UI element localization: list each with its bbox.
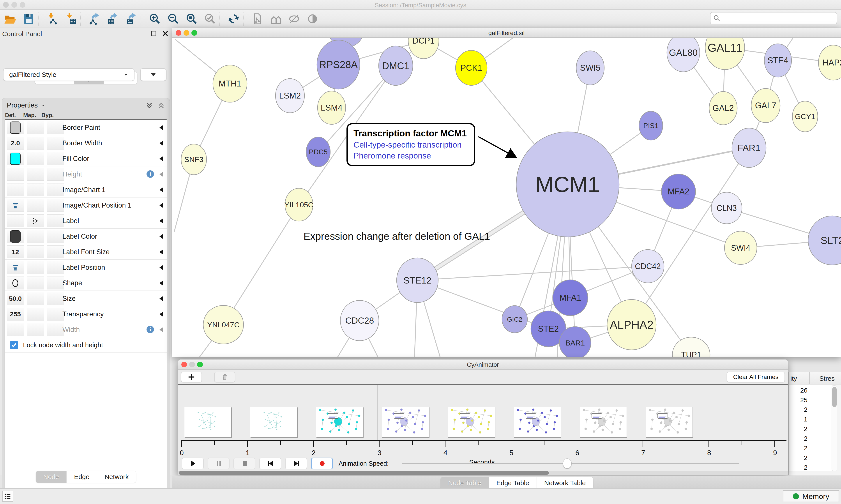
- property-row-size[interactable]: 50.0Size: [5, 291, 167, 306]
- tab-network-table[interactable]: Network Table: [537, 477, 593, 489]
- frame-thumbnail-5[interactable]: [514, 407, 561, 437]
- pause-button[interactable]: [208, 457, 230, 469]
- default-value-cell[interactable]: 2.0: [7, 137, 24, 149]
- node-mth1[interactable]: MTH1: [213, 65, 247, 102]
- expand-row-icon[interactable]: [159, 311, 163, 317]
- expand-row-icon[interactable]: [159, 156, 163, 161]
- property-row-image-chart-1[interactable]: Image/Chart 1: [5, 182, 167, 197]
- import-network-icon[interactable]: [46, 13, 59, 25]
- column-header[interactable]: ity: [790, 375, 797, 382]
- mapping-cell[interactable]: [27, 152, 44, 165]
- bypass-cell[interactable]: [47, 137, 64, 149]
- mapping-cell[interactable]: [27, 292, 44, 305]
- expand-row-icon[interactable]: [159, 327, 163, 332]
- bypass-cell[interactable]: [47, 214, 64, 227]
- bypass-cell[interactable]: [47, 183, 64, 196]
- timeline-scrollbar[interactable]: [178, 471, 788, 475]
- tab-node[interactable]: Node: [36, 471, 67, 483]
- node-swi5[interactable]: SWI5: [576, 51, 604, 85]
- clear-all-frames-button[interactable]: Clear All Frames: [727, 372, 785, 382]
- node-mcm1[interactable]: MCM1: [516, 132, 619, 237]
- expand-row-icon[interactable]: [159, 234, 163, 239]
- mapping-cell[interactable]: [27, 168, 44, 181]
- close-panel-icon[interactable]: [162, 30, 168, 37]
- bypass-cell[interactable]: [47, 152, 64, 165]
- annotation-link[interactable]: Pheromone response: [354, 151, 468, 161]
- info-icon[interactable]: i: [146, 326, 154, 333]
- property-row-label[interactable]: Label: [5, 213, 167, 229]
- bypass-cell[interactable]: [47, 276, 64, 289]
- contrast-icon[interactable]: [306, 13, 319, 25]
- expand-row-icon[interactable]: [159, 187, 163, 193]
- node-dcp1[interactable]: DCP1: [408, 38, 439, 59]
- bypass-cell[interactable]: [47, 246, 64, 258]
- mapping-cell[interactable]: [27, 121, 44, 134]
- property-row-fill-color[interactable]: Fill Color: [5, 151, 167, 166]
- tab-edge[interactable]: Edge: [67, 471, 97, 483]
- zoom-selected-icon[interactable]: [204, 13, 216, 25]
- frame-thumbnail-1[interactable]: [250, 407, 297, 437]
- node-rps28a[interactable]: RPS28A: [317, 40, 360, 89]
- zoom-out-icon[interactable]: [167, 13, 180, 25]
- memory-button[interactable]: Memory: [783, 490, 839, 502]
- default-value-cell[interactable]: [7, 230, 24, 243]
- tab-node-table[interactable]: Node Table: [441, 477, 489, 489]
- default-value-cell[interactable]: [7, 183, 24, 196]
- style-selector[interactable]: galFiltered Style: [3, 68, 135, 81]
- frame-thumbnail-0[interactable]: [184, 407, 231, 437]
- mapping-cell[interactable]: [27, 199, 44, 212]
- node-yil105c[interactable]: YIL105C: [285, 188, 314, 221]
- task-history-button[interactable]: [2, 491, 13, 502]
- mapping-cell[interactable]: [27, 137, 44, 149]
- node-gcy1[interactable]: GCY1: [792, 101, 818, 132]
- bypass-cell[interactable]: [47, 261, 64, 274]
- style-options-button[interactable]: [140, 68, 166, 81]
- property-row-transparency[interactable]: 255Transparency: [5, 306, 167, 322]
- import-table-icon[interactable]: [65, 13, 77, 25]
- export-network-icon[interactable]: [88, 13, 101, 25]
- slider-thumb[interactable]: [563, 458, 572, 469]
- skip-start-button[interactable]: [259, 457, 281, 469]
- node-hap2[interactable]: HAP2: [819, 45, 841, 80]
- mapping-cell[interactable]: [27, 276, 44, 289]
- playhead[interactable]: [378, 385, 378, 441]
- default-value-cell[interactable]: [7, 199, 24, 212]
- column-header[interactable]: Stres: [819, 375, 835, 382]
- export-table-icon[interactable]: [106, 13, 119, 25]
- animation-speed-slider[interactable]: [402, 463, 739, 464]
- node-mfa2[interactable]: MFA2: [661, 174, 696, 209]
- node-gal11[interactable]: GAL11: [705, 38, 745, 70]
- node-ste4[interactable]: STE4: [764, 44, 791, 77]
- zoom-in-icon[interactable]: [148, 13, 161, 25]
- node-cln3[interactable]: CLN3: [711, 192, 742, 224]
- default-value-cell[interactable]: [7, 152, 24, 165]
- table-scrollbar[interactable]: [831, 385, 837, 471]
- expand-row-icon[interactable]: [159, 249, 163, 255]
- stop-button[interactable]: [233, 457, 255, 469]
- node-ste12[interactable]: STE12: [397, 258, 438, 303]
- skip-end-button[interactable]: [285, 457, 307, 469]
- mapping-cell[interactable]: [27, 183, 44, 196]
- hide-icon[interactable]: [288, 13, 301, 25]
- network-canvas[interactable]: RPS28BRPS28ADMC1DCP1PCK1MTH1LSM2LSM4SNF3…: [172, 38, 841, 357]
- node-snf3[interactable]: SNF3: [181, 144, 207, 175]
- property-row-label-position[interactable]: Label Position: [5, 260, 167, 275]
- expand-row-icon[interactable]: [159, 203, 163, 208]
- table-scrollbar-thumb[interactable]: [832, 387, 837, 407]
- node-gal7[interactable]: GAL7: [751, 88, 780, 123]
- zoom-fit-icon[interactable]: [185, 13, 198, 25]
- bypass-cell[interactable]: [47, 121, 64, 134]
- expand-row-icon[interactable]: [159, 218, 163, 223]
- node-gal2[interactable]: GAL2: [709, 91, 737, 125]
- property-row-image-chart-position-1[interactable]: Image/Chart Position 1: [5, 197, 167, 213]
- expand-all-icon[interactable]: [145, 101, 154, 110]
- properties-header[interactable]: Properties: [7, 101, 46, 109]
- node-lsm4[interactable]: LSM4: [318, 91, 345, 124]
- export-image-icon[interactable]: [125, 13, 138, 25]
- tab-network[interactable]: Network: [97, 471, 136, 483]
- lock-node-size-row[interactable]: Lock node width and height: [5, 337, 167, 353]
- node-cdc42[interactable]: CDC42: [632, 250, 664, 283]
- save-session-icon[interactable]: [22, 13, 35, 25]
- column-divider[interactable]: [809, 372, 810, 384]
- node-ynl047c[interactable]: YNL047C: [203, 305, 244, 344]
